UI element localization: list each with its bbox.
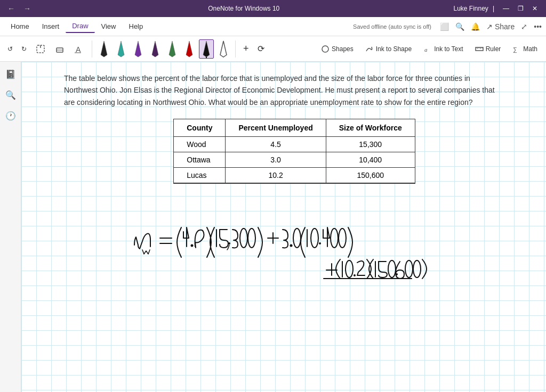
share-button[interactable]: ↗ Share	[486, 22, 515, 31]
col-header-percent: Percent Unemployed	[226, 119, 326, 137]
col-header-workforce: Size of Workforce	[326, 119, 415, 137]
table-row: Ottawa 3.0 10,400	[174, 152, 415, 168]
sync-status-text: Saved offline (auto sync is off)	[353, 23, 431, 30]
redo-icon: ↻	[21, 45, 27, 53]
menu-draw[interactable]: Draw	[66, 20, 94, 33]
svg-point-28	[240, 228, 247, 248]
back-button[interactable]: ←	[4, 3, 18, 14]
content-area: The table below shows the percent of the…	[64, 72, 525, 381]
svg-point-36	[331, 228, 338, 248]
minimize-button[interactable]: —	[499, 4, 513, 13]
divider: |	[493, 5, 494, 12]
menu-insert[interactable]: Insert	[36, 20, 66, 32]
shapes-icon	[321, 45, 330, 53]
svg-point-33	[293, 228, 301, 248]
sidebar-search-icon[interactable]: 🔍	[2, 87, 19, 103]
user-name: Luke Finney	[454, 5, 488, 12]
svg-point-46	[405, 260, 413, 277]
ink-to-text-button[interactable]: a Ink to Text	[419, 43, 467, 55]
search-icon[interactable]: 🔍	[455, 22, 464, 31]
svg-point-41	[346, 260, 353, 277]
svg-point-47	[413, 260, 421, 277]
pct-wood: 4.5	[226, 137, 326, 152]
recent-icon[interactable]: 🕐	[2, 108, 19, 124]
toolbar-right: Shapes Ink to Shape a Ink to Text Ruler	[317, 43, 542, 55]
svg-point-42	[354, 274, 356, 276]
svg-marker-10	[169, 41, 175, 57]
plus-icon: +	[243, 43, 249, 54]
separator-2	[235, 40, 236, 58]
undo-button[interactable]: ↺	[4, 43, 16, 55]
pages-icon[interactable]: ⬜	[440, 22, 449, 31]
restore-button[interactable]: ❐	[513, 4, 528, 13]
sync-icons: ⬜ 🔍 🔔 ↗ Share ⤢ •••	[440, 22, 542, 31]
pen-purple[interactable]	[131, 39, 146, 59]
svg-marker-7	[118, 41, 124, 57]
handwriting-svg	[64, 200, 525, 285]
svg-text:∑: ∑	[513, 46, 517, 53]
menu-home[interactable]: Home	[4, 20, 36, 32]
more-icon[interactable]: •••	[534, 22, 542, 31]
county-wood: Wood	[174, 137, 226, 152]
pen-dark-purple[interactable]	[148, 39, 163, 59]
pen-black-2[interactable]	[199, 39, 214, 59]
close-button[interactable]: ✕	[528, 4, 542, 13]
pen-red[interactable]	[182, 39, 197, 59]
lasso-select-button[interactable]	[32, 42, 49, 56]
svg-marker-6	[101, 41, 107, 57]
replay-button[interactable]: ⟳	[254, 42, 268, 56]
type-tool-button[interactable]: A	[70, 42, 87, 56]
fullscreen-icon[interactable]: ⤢	[521, 22, 527, 31]
menu-help[interactable]: Help	[123, 20, 150, 32]
svg-marker-9	[152, 41, 158, 57]
window-controls: — ❐ ✕	[499, 4, 542, 13]
svg-point-44	[388, 260, 396, 277]
notebook[interactable]: The table below shows the percent of the…	[21, 62, 546, 392]
app-title: OneNote for Windows 10	[34, 5, 454, 12]
redo-button[interactable]: ↻	[18, 43, 30, 55]
svg-point-29	[248, 228, 255, 248]
menu-view[interactable]: View	[95, 20, 123, 32]
workforce-wood: 15,300	[326, 137, 415, 152]
ink-to-shape-button[interactable]: Ink to Shape	[361, 43, 416, 55]
table-row: Lucas 10.2 150,600	[174, 168, 415, 184]
workforce-lucas: 150,600	[326, 168, 415, 184]
notebook-icon[interactable]: 📓	[2, 66, 19, 83]
nav-buttons: ← →	[4, 3, 34, 14]
svg-marker-12	[203, 41, 210, 57]
svg-marker-8	[135, 41, 141, 57]
svg-marker-11	[186, 41, 192, 57]
forward-button[interactable]: →	[20, 3, 34, 14]
problem-paragraph: The table below shows the percent of the…	[64, 72, 501, 108]
pct-ottawa: 3.0	[226, 152, 326, 168]
eraser-button[interactable]	[51, 42, 68, 56]
ink-to-text-icon: a	[423, 45, 432, 53]
pen-black-1[interactable]	[97, 39, 111, 59]
county-lucas: Lucas	[174, 168, 226, 184]
plus-button[interactable]: +	[240, 41, 252, 56]
ruler-icon	[475, 45, 484, 53]
table-row: Wood 4.5 15,300	[174, 137, 415, 152]
shapes-button[interactable]: Shapes	[317, 43, 358, 55]
titlebar: ← → OneNote for Windows 10 Luke Finney |…	[0, 0, 546, 17]
workforce-ottawa: 10,400	[326, 152, 415, 168]
undo-icon: ↺	[7, 45, 13, 53]
svg-point-15	[322, 46, 328, 52]
pen-green[interactable]	[165, 39, 180, 59]
svg-point-37	[339, 228, 346, 248]
pen-outline[interactable]	[216, 39, 231, 59]
ruler-button[interactable]: Ruler	[471, 43, 505, 55]
pct-lucas: 10.2	[226, 168, 326, 184]
lasso-icon	[35, 44, 46, 54]
math-icon: ∑	[512, 45, 521, 53]
svg-point-32	[290, 244, 293, 247]
svg-point-34	[311, 228, 318, 248]
ink-to-shape-icon	[365, 45, 374, 53]
pen-teal[interactable]	[114, 39, 129, 59]
data-table: County Percent Unemployed Size of Workfo…	[173, 119, 415, 184]
eraser-icon	[54, 44, 65, 54]
user-info: Luke Finney | — ❐ ✕	[454, 4, 542, 13]
math-button[interactable]: ∑ Math	[508, 43, 542, 55]
svg-point-25	[191, 244, 194, 247]
bell-icon[interactable]: 🔔	[471, 22, 480, 31]
